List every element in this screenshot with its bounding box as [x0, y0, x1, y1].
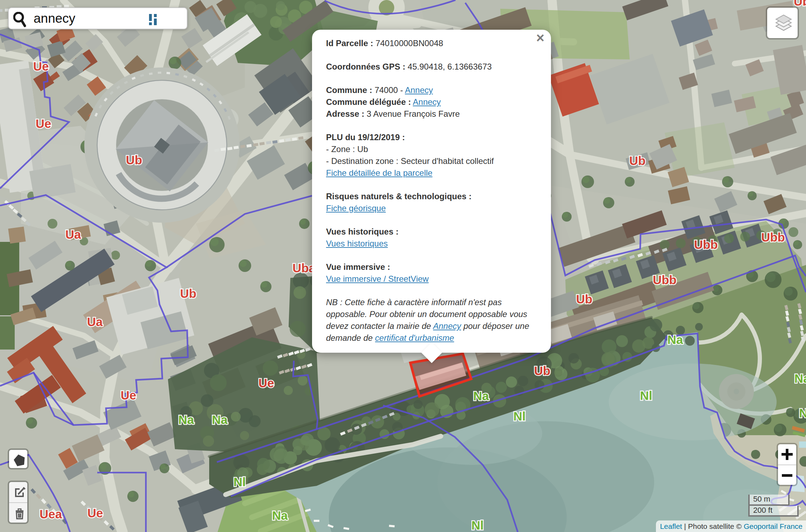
svg-text:Nl: Nl — [514, 409, 526, 423]
svg-text:Ua: Ua — [65, 228, 81, 241]
svg-text:Na: Na — [178, 413, 194, 426]
svg-text:Uea: Uea — [40, 507, 62, 521]
svg-text:N: N — [799, 406, 806, 420]
svg-text:Na: Na — [794, 372, 806, 385]
svg-text:Na: Na — [272, 509, 288, 522]
svg-text:Na: Na — [212, 413, 228, 426]
svg-text:Na: Na — [667, 333, 683, 346]
svg-text:Na: Na — [473, 389, 489, 403]
svg-text:Ubb: Ubb — [761, 230, 785, 244]
svg-text:Nl: Nl — [472, 518, 484, 532]
svg-text:Ub: Ub — [180, 287, 197, 300]
svg-text:Ub: Ub — [126, 153, 142, 167]
svg-text:Ue: Ue — [259, 376, 274, 390]
svg-text:Ubb: Ubb — [653, 273, 677, 287]
svg-text:Ue: Ue — [121, 388, 136, 402]
svg-text:Nl: Nl — [234, 475, 246, 489]
svg-text:Ua: Ua — [87, 315, 103, 329]
svg-text:Ue: Ue — [36, 117, 51, 130]
svg-text:Ub: Ub — [629, 154, 646, 167]
svg-text:Ue: Ue — [87, 506, 103, 520]
svg-text:Ub: Ub — [576, 292, 593, 306]
svg-text:Ubb: Ubb — [694, 238, 718, 251]
svg-text:Ue: Ue — [33, 59, 49, 73]
svg-text:Nl: Nl — [640, 389, 652, 402]
svg-text:Ub: Ub — [534, 364, 551, 378]
